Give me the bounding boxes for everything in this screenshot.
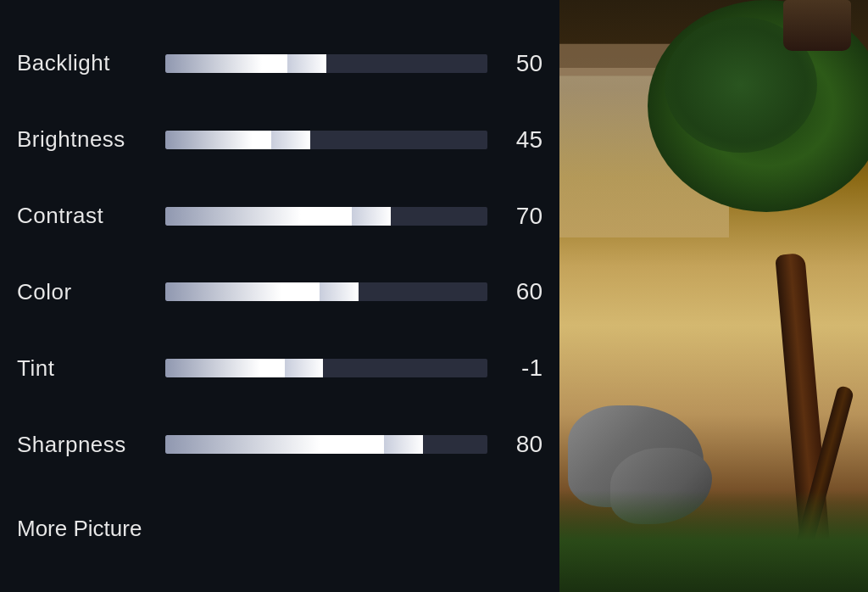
plant-pot	[783, 0, 851, 51]
tint-value: -1	[496, 355, 542, 382]
tint-slider[interactable]	[165, 359, 487, 377]
ground-plants	[559, 490, 868, 592]
brightness-value: 45	[496, 126, 542, 154]
background-photo	[559, 0, 868, 592]
tint-row: Tint -1	[17, 348, 542, 388]
more-picture-row[interactable]: More Picture	[17, 509, 542, 549]
color-row: Color 60	[17, 271, 542, 312]
contrast-label: Contrast	[17, 203, 148, 229]
sharpness-row: Sharpness 80	[17, 424, 542, 465]
contrast-slider[interactable]	[165, 207, 487, 226]
backlight-label: Backlight	[17, 50, 148, 76]
backlight-slider[interactable]	[165, 54, 487, 73]
sharpness-value: 80	[496, 431, 542, 458]
sharpness-slider[interactable]	[165, 435, 487, 454]
brightness-label: Brightness	[17, 126, 148, 153]
brightness-row: Brightness 45	[17, 120, 542, 160]
color-value: 60	[496, 278, 542, 305]
settings-panel: Backlight 50 Brightness 45 Contrast 70	[0, 0, 559, 592]
contrast-value: 70	[496, 203, 542, 230]
brightness-slider[interactable]	[165, 131, 487, 149]
contrast-row: Contrast 70	[17, 196, 542, 237]
tint-label: Tint	[17, 355, 148, 382]
sharpness-label: Sharpness	[17, 432, 148, 458]
backlight-value: 50	[496, 50, 542, 77]
backlight-row: Backlight 50	[17, 43, 542, 84]
color-label: Color	[17, 279, 148, 305]
more-picture-label: More Picture	[17, 516, 142, 542]
color-slider[interactable]	[165, 282, 487, 301]
